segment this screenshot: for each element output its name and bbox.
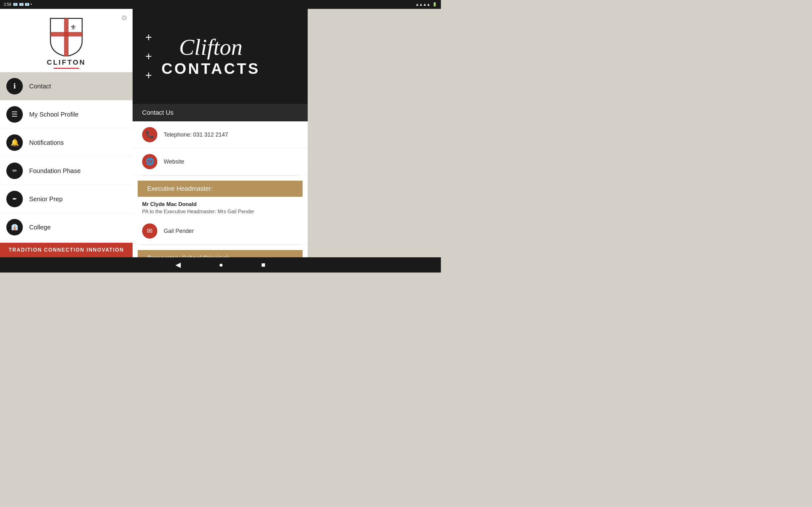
sidebar-item-senior-prep[interactable]: ✒ Senior Prep (0, 185, 133, 213)
nav-items: ℹ Contact ☰ My School Profile 🔔 Notifica… (0, 72, 133, 243)
svg-text:⚜: ⚜ (70, 23, 77, 32)
signal-icon: ▲▲▲▲ (415, 2, 430, 7)
prep-principal-header: Preparatory School Principal: (138, 250, 303, 257)
notifications-icon: 🔔 (6, 134, 23, 151)
executive-headmaster-header: Executive Headmaster: (138, 181, 303, 197)
telephone-icon: 📞 (142, 127, 157, 142)
school-logo: ⚜ CLIFTON (47, 15, 86, 69)
back-button[interactable]: ◀ (175, 261, 181, 269)
sidebar-item-notifications[interactable]: 🔔 Notifications (0, 129, 133, 157)
website-row[interactable]: 🌐 Website (133, 148, 308, 175)
svg-rect-0 (64, 18, 68, 56)
contact-icon: ℹ (6, 78, 23, 95)
sidebar-header: ⚙ ⚜ CLIFTON (0, 9, 133, 72)
sidebar-item-foundation-phase[interactable]: ✏ Foundation Phase (0, 157, 133, 185)
tagline: TRADITION CONNECTION INNOVATION (0, 243, 133, 257)
status-bar: 2:58 📧 📧 📧 • ▲▲▲▲ 🔋 (0, 0, 441, 9)
college-icon: 👔 (6, 219, 23, 235)
contact-us-bar: Contact Us (133, 104, 308, 121)
banner-clifton: Clifton (179, 36, 243, 59)
banner: + + + Clifton CONTACTS (133, 9, 308, 104)
gear-icon[interactable]: ⚙ (121, 14, 128, 22)
sidebar-item-college[interactable]: 👔 College (0, 213, 133, 241)
svg-rect-1 (50, 32, 82, 37)
shield-svg: ⚜ (47, 15, 85, 56)
senior-prep-label: Senior Prep (29, 195, 63, 203)
right-panel (308, 9, 441, 257)
gail-pender-row[interactable]: ✉ Gail Pender (133, 218, 308, 245)
status-right: ▲▲▲▲ 🔋 (415, 2, 437, 7)
banner-plus-signs: + + + (145, 32, 152, 81)
banner-contacts: CONTACTS (161, 60, 260, 77)
sidebar: ⚙ ⚜ CLIFTON ℹ (0, 9, 133, 257)
school-name: CLIFTON (47, 58, 86, 66)
divider-1 (142, 175, 298, 176)
senior-prep-icon: ✒ (6, 191, 23, 207)
foundation-phase-label: Foundation Phase (29, 167, 81, 175)
content-area: + + + Clifton CONTACTS Contact Us 📞 Tele… (133, 9, 308, 257)
website-text: Website (164, 158, 184, 165)
college-label: College (29, 224, 51, 231)
nav-bar: ◀ ● ■ (0, 257, 441, 273)
my-school-profile-label: My School Profile (29, 111, 79, 118)
status-left: 2:58 📧 📧 📧 • (4, 2, 32, 7)
sidebar-item-contact[interactable]: ℹ Contact (0, 72, 133, 101)
sidebar-item-my-school-profile[interactable]: ☰ My School Profile (0, 101, 133, 129)
executive-headmaster-name: Mr Clyde Mac Donald (133, 197, 308, 209)
notifications-label: Notifications (29, 139, 64, 147)
plus-sign-1: + (145, 32, 152, 43)
home-button[interactable]: ● (219, 261, 223, 269)
wifi-icon: 🔋 (432, 2, 437, 7)
gail-pender-email-icon: ✉ (142, 223, 157, 239)
notification-icons: 📧 📧 📧 • (13, 2, 32, 7)
time: 2:58 (4, 2, 11, 7)
contact-scroll[interactable]: 📞 Telephone: 031 312 2147 🌐 Website Exec… (133, 121, 308, 257)
executive-headmaster-sub: PA to the Executive Headmaster: Mrs Gail… (133, 209, 308, 218)
main-container: ⚙ ⚜ CLIFTON ℹ (0, 9, 441, 257)
contact-label: Contact (29, 83, 51, 90)
plus-sign-3: + (145, 70, 152, 81)
recent-button[interactable]: ■ (261, 261, 265, 269)
my-school-profile-icon: ☰ (6, 106, 23, 123)
banner-text: Clifton CONTACTS (161, 36, 260, 77)
telephone-text: Telephone: 031 312 2147 (164, 131, 228, 138)
gail-pender-text: Gail Pender (164, 228, 194, 234)
foundation-phase-icon: ✏ (6, 163, 23, 179)
website-icon: 🌐 (142, 154, 157, 169)
telephone-row[interactable]: 📞 Telephone: 031 312 2147 (133, 121, 308, 148)
school-underline (54, 68, 79, 69)
plus-sign-2: + (145, 51, 152, 62)
